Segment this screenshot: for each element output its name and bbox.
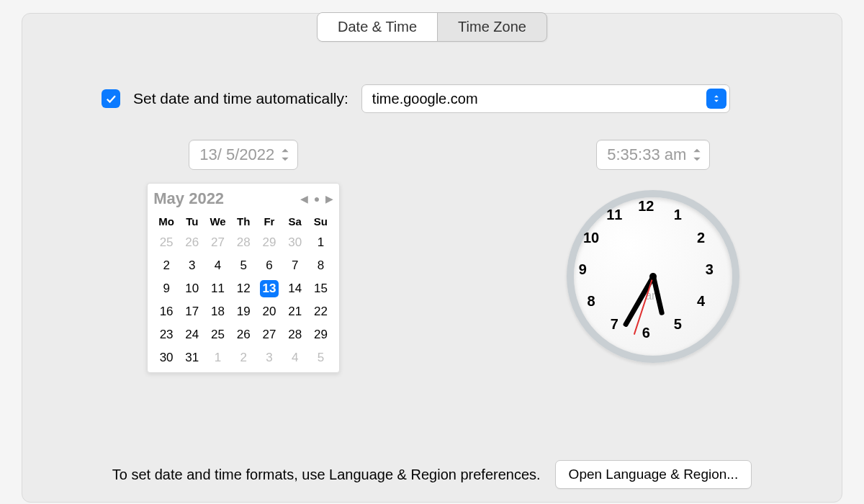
calendar-day[interactable]: 25 xyxy=(153,231,179,254)
clock-numeral: 7 xyxy=(611,316,618,333)
open-language-region-button[interactable]: Open Language & Region... xyxy=(555,460,752,489)
calendar-nav: ◀ ● ▶ xyxy=(300,193,333,204)
calendar-day[interactable]: 22 xyxy=(308,300,334,323)
calendar-day[interactable]: 1 xyxy=(205,346,231,369)
calendar-day[interactable]: 3 xyxy=(256,346,282,369)
calendar[interactable]: May 2022 ◀ ● ▶ MoTuWeThFrSaSu 2526272829… xyxy=(147,183,340,373)
calendar-weekday: Tu xyxy=(179,211,205,231)
calendar-day[interactable]: 26 xyxy=(179,231,205,254)
analog-clock: am 121234567891011 xyxy=(567,190,739,363)
clock-numeral: 3 xyxy=(706,261,714,278)
calendar-day[interactable]: 28 xyxy=(230,231,256,254)
calendar-day[interactable]: 15 xyxy=(308,277,334,300)
date-field-value: 13/ 5/2022 xyxy=(199,145,274,164)
time-field[interactable]: 5:35:33 am xyxy=(596,140,710,170)
tab-time-zone[interactable]: Time Zone xyxy=(437,13,546,41)
date-stepper[interactable] xyxy=(280,144,294,166)
calendar-day[interactable]: 27 xyxy=(205,231,231,254)
clock-numeral: 12 xyxy=(638,198,654,215)
date-field[interactable]: 13/ 5/2022 xyxy=(189,140,298,170)
calendar-day[interactable]: 29 xyxy=(308,323,334,346)
calendar-weekday: We xyxy=(205,211,231,231)
calendar-today-icon[interactable]: ● xyxy=(314,193,320,204)
calendar-day[interactable]: 14 xyxy=(282,277,308,300)
calendar-day[interactable]: 9 xyxy=(153,277,179,300)
calendar-day[interactable]: 30 xyxy=(282,231,308,254)
calendar-next-icon[interactable]: ▶ xyxy=(325,193,333,204)
chevron-up-icon xyxy=(280,147,290,154)
calendar-weekday: Fr xyxy=(256,211,282,231)
calendar-day[interactable]: 12 xyxy=(230,277,256,300)
clock-numeral: 8 xyxy=(587,293,595,310)
clock-numeral: 6 xyxy=(642,325,650,341)
calendar-day[interactable]: 8 xyxy=(308,254,334,277)
calendar-day[interactable]: 1 xyxy=(308,231,334,254)
footer: To set date and time formats, use Langua… xyxy=(22,460,842,489)
calendar-day[interactable]: 5 xyxy=(308,346,334,369)
clock-numeral: 5 xyxy=(674,316,682,333)
calendar-day[interactable]: 26 xyxy=(230,323,256,346)
calendar-day[interactable]: 31 xyxy=(179,346,205,369)
calendar-grid: MoTuWeThFrSaSu 2526272829301234567891011… xyxy=(153,211,333,369)
calendar-day[interactable]: 27 xyxy=(256,323,282,346)
calendar-day[interactable]: 23 xyxy=(153,323,179,346)
clock-numeral: 2 xyxy=(697,230,705,246)
time-field-value: 5:35:33 am xyxy=(607,145,686,164)
auto-set-checkbox[interactable] xyxy=(102,89,120,108)
calendar-day[interactable]: 24 xyxy=(179,323,205,346)
calendar-month-title: May 2022 xyxy=(153,189,224,208)
time-server-combobox[interactable]: time.google.com xyxy=(361,84,730,113)
calendar-day[interactable]: 7 xyxy=(282,254,308,277)
clock-numeral: 1 xyxy=(674,206,682,222)
calendar-day[interactable]: 2 xyxy=(230,346,256,369)
calendar-day[interactable]: 28 xyxy=(282,323,308,346)
chevron-down-icon xyxy=(280,156,290,163)
tab-bar: Date & Time Time Zone xyxy=(317,12,547,42)
calendar-day[interactable]: 11 xyxy=(205,277,231,300)
calendar-day[interactable]: 3 xyxy=(179,254,205,277)
calendar-weekday: Mo xyxy=(153,211,179,231)
auto-set-row: Set date and time automatically: time.go… xyxy=(102,84,730,113)
footer-hint: To set date and time formats, use Langua… xyxy=(112,467,541,483)
auto-set-label: Set date and time automatically: xyxy=(133,90,348,107)
calendar-day[interactable]: 5 xyxy=(230,254,256,277)
calendar-day[interactable]: 10 xyxy=(179,277,205,300)
calendar-day[interactable]: 20 xyxy=(256,300,282,323)
tab-date-time[interactable]: Date & Time xyxy=(318,13,437,41)
calendar-weekday: Th xyxy=(230,211,256,231)
clock-numeral: 4 xyxy=(697,293,705,310)
calendar-day[interactable]: 6 xyxy=(256,254,282,277)
calendar-day[interactable]: 2 xyxy=(153,254,179,277)
time-stepper[interactable] xyxy=(692,144,706,166)
combobox-button[interactable] xyxy=(706,89,726,109)
chevron-up-icon xyxy=(692,147,702,154)
checkmark-icon xyxy=(104,92,117,105)
chevron-up-down-icon xyxy=(711,94,721,104)
calendar-day[interactable]: 13 xyxy=(256,277,282,300)
clock-numeral: 11 xyxy=(606,206,622,222)
calendar-weekday: Su xyxy=(308,211,334,231)
clock-numeral: 10 xyxy=(583,230,599,246)
calendar-day[interactable]: 16 xyxy=(153,300,179,323)
calendar-prev-icon[interactable]: ◀ xyxy=(300,193,308,204)
calendar-day[interactable]: 18 xyxy=(205,300,231,323)
calendar-day[interactable]: 17 xyxy=(179,300,205,323)
clock-numeral: 9 xyxy=(579,261,587,278)
calendar-day[interactable]: 19 xyxy=(230,300,256,323)
calendar-day[interactable]: 25 xyxy=(205,323,231,346)
calendar-day[interactable]: 21 xyxy=(282,300,308,323)
date-time-panel: Date & Time Time Zone Set date and time … xyxy=(22,13,842,503)
calendar-day[interactable]: 29 xyxy=(256,231,282,254)
calendar-day[interactable]: 4 xyxy=(205,254,231,277)
calendar-day[interactable]: 4 xyxy=(282,346,308,369)
time-server-value: time.google.com xyxy=(372,91,706,107)
chevron-down-icon xyxy=(692,156,702,163)
calendar-weekday: Sa xyxy=(282,211,308,231)
calendar-day[interactable]: 30 xyxy=(153,346,179,369)
